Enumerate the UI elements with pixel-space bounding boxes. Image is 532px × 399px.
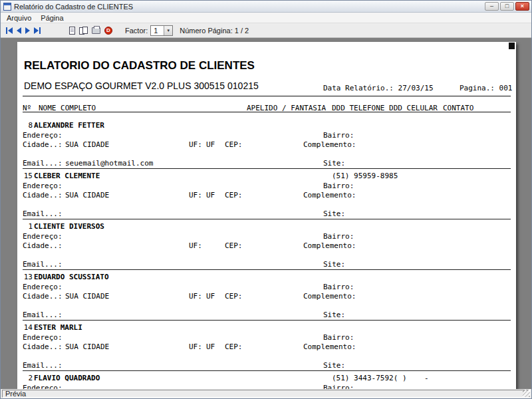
value-cidade: SUA CIDADE xyxy=(65,192,109,200)
value-uf: UF xyxy=(206,192,215,200)
record-row: 1 CLIENTE DIVERSOS Endereço: Bairro: Cid… xyxy=(17,223,516,273)
report-title: RELATORIO DO CADASTRO DE CLIENTES xyxy=(24,62,255,70)
label-endereco: Endereço: xyxy=(23,334,63,342)
single-page-view-button[interactable] xyxy=(68,25,76,37)
menubar: Arquivo Página xyxy=(1,13,531,23)
factor-select[interactable]: 1 ▼ xyxy=(150,25,173,36)
record-name: FLAVIO QUADRADO xyxy=(34,374,100,382)
label-uf: UF: xyxy=(189,343,202,351)
label-cep: CEP: xyxy=(225,192,243,200)
label-site: Site: xyxy=(323,362,345,370)
label-site: Site: xyxy=(323,311,345,319)
value-uf: UF xyxy=(206,293,215,301)
window-title: Relatório do Cadastro de CLIENTES xyxy=(14,3,485,11)
record-name: CLIENTE DIVERSOS xyxy=(34,223,104,231)
maximize-button[interactable]: □ xyxy=(500,2,514,11)
page-corner-mark xyxy=(509,43,515,49)
record-row: 2 FLAVIO QUADRADO (51) 3443-7592( ) - En… xyxy=(17,374,516,389)
close-preview-icon: D xyxy=(104,27,112,35)
label-uf: UF: xyxy=(189,242,202,250)
label-site: Site: xyxy=(323,160,345,168)
label-email: Email...: xyxy=(23,160,63,168)
label-email: Email...: xyxy=(23,210,63,218)
value-cidade: SUA CIDADE xyxy=(65,293,109,301)
close-icon: × xyxy=(521,3,524,9)
last-page-icon xyxy=(34,27,39,34)
record-row: 14 ESTER MARLI Endereço: Bairro: Cidade.… xyxy=(17,324,516,374)
label-endereco: Endereço: xyxy=(23,132,63,140)
value-uf: UF xyxy=(206,343,215,351)
label-bairro: Bairro: xyxy=(323,334,354,342)
report-date: Data Relatório.: 27/03/15 xyxy=(323,84,434,92)
record-separator xyxy=(23,168,511,169)
app-window: Relatório do Cadastro de CLIENTES – □ × … xyxy=(0,0,532,399)
record-number: 13 xyxy=(21,273,33,281)
factor-value: 1 xyxy=(154,27,158,35)
label-cidade: Cidade..: xyxy=(23,343,63,351)
label-complemento: Complemento: xyxy=(303,343,356,351)
label-uf: UF: xyxy=(189,293,202,301)
window-controls: – □ × xyxy=(485,2,529,11)
record-name: ALEXANDRE FETTER xyxy=(34,122,104,130)
titlebar: Relatório do Cadastro de CLIENTES – □ × xyxy=(1,1,531,13)
label-complemento: Complemento: xyxy=(303,192,356,200)
label-uf: UF: xyxy=(189,141,202,149)
prev-page-button[interactable] xyxy=(15,25,23,37)
label-email: Email...: xyxy=(23,311,63,319)
header-rule-bottom xyxy=(23,112,511,112)
label-complemento: Complemento: xyxy=(303,141,356,149)
label-bairro: Bairro: xyxy=(323,233,354,241)
minimize-icon: – xyxy=(490,3,493,9)
page-number-info: Número Página: 1 / 2 xyxy=(180,27,249,35)
record-row: 8 ALEXANDRE FETTER Endereço: Bairro: Cid… xyxy=(17,122,516,172)
label-complemento: Complemento: xyxy=(303,242,356,250)
record-number: 14 xyxy=(21,324,33,332)
minimize-button[interactable]: – xyxy=(485,2,499,11)
label-bairro: Bairro: xyxy=(323,283,354,291)
value-cidade: SUA CIDADE xyxy=(65,141,109,149)
close-preview-button[interactable]: D xyxy=(103,25,114,37)
record-separator xyxy=(23,320,511,321)
value-email: seuemail@hotmail.com xyxy=(65,160,153,168)
record-row: 15 CLEBER CLEMENTE (51) 95959-8985 Ender… xyxy=(17,172,516,223)
resize-grip[interactable] xyxy=(523,390,530,397)
label-endereco: Endereço: xyxy=(23,384,63,389)
maximize-icon: □ xyxy=(505,3,509,9)
statusbar: Prévia xyxy=(1,389,531,398)
menu-pagina[interactable]: Página xyxy=(36,13,68,23)
label-email: Email...: xyxy=(23,261,63,269)
label-cep: CEP: xyxy=(225,293,243,301)
factor-label: Factor: xyxy=(125,27,148,35)
two-page-view-button[interactable] xyxy=(78,25,89,37)
label-cidade: Cidade..: xyxy=(23,242,63,250)
label-bairro: Bairro: xyxy=(323,182,354,190)
record-separator xyxy=(23,269,511,270)
first-page-button[interactable] xyxy=(5,25,14,37)
print-button[interactable] xyxy=(90,25,102,37)
record-phone: (51) 3443-7592( ) - xyxy=(332,374,429,382)
label-bairro: Bairro: xyxy=(323,384,354,389)
record-phone: (51) 95959-8985 xyxy=(332,172,398,180)
last-page-button[interactable] xyxy=(33,25,42,37)
next-page-button[interactable] xyxy=(24,25,31,37)
label-endereco: Endereço: xyxy=(23,283,63,291)
menu-arquivo[interactable]: Arquivo xyxy=(2,13,36,23)
status-text: Prévia xyxy=(2,390,530,398)
close-button[interactable]: × xyxy=(515,2,529,11)
label-site: Site: xyxy=(323,261,345,269)
label-cep: CEP: xyxy=(225,343,243,351)
record-name: EDUARDO SCUSSIATO xyxy=(34,273,109,281)
print-icon xyxy=(92,27,100,34)
report-page-number: Pagina.: 001 xyxy=(460,84,512,92)
first-page-icon xyxy=(6,27,7,34)
report-subtitle: DEMO ESPAÇO GOURMET V2.0 PLUS 300515 010… xyxy=(24,82,259,90)
single-page-icon xyxy=(69,27,75,35)
record-separator xyxy=(23,219,511,219)
record-number: 15 xyxy=(21,172,33,180)
chevron-down-icon: ▼ xyxy=(164,26,172,35)
preview-area: RELATORIO DO CADASTRO DE CLIENTES DEMO E… xyxy=(1,38,531,389)
prev-page-icon xyxy=(17,27,21,34)
label-email: Email...: xyxy=(23,362,63,370)
record-name: CLEBER CLEMENTE xyxy=(34,172,100,180)
record-row: 13 EDUARDO SCUSSIATO Endereço: Bairro: C… xyxy=(17,273,516,324)
